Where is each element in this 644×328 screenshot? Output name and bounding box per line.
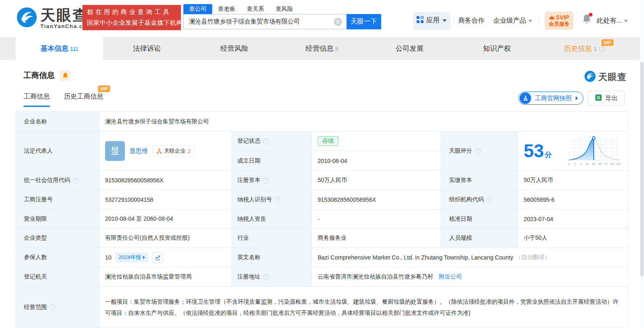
trend-chart-icon: [155, 255, 161, 261]
clear-search-icon[interactable]: [334, 18, 342, 26]
tab-history-info[interactable]: VIP 历史信息 1 ?: [541, 37, 628, 60]
svg-text:1: 1: [574, 162, 576, 166]
field-value-taxpayer-id: 91530828560058956X: [312, 190, 441, 210]
search-tab-company[interactable]: 查公司: [183, 4, 212, 14]
scrollbar-track[interactable]: [640, 0, 644, 328]
tab-basic-info[interactable]: 基本信息 111: [16, 37, 103, 60]
help-icon[interactable]: ?: [475, 148, 481, 154]
svg-text:3: 3: [580, 162, 582, 166]
help-icon[interactable]: ?: [263, 138, 269, 144]
tianyancha-logo[interactable]: 天眼查 TianYanCha.com: [16, 7, 92, 29]
apps-menu[interactable]: 应用: [413, 12, 450, 29]
tianyancha-swirl-icon: [584, 71, 596, 84]
subtab-business-registration[interactable]: 工商信息: [23, 92, 50, 107]
scrollbar-thumb[interactable]: [640, 62, 644, 276]
tianyancha-watermark: 天眼查: [584, 71, 627, 84]
arrow-right-icon: [576, 96, 578, 100]
field-label-company-type: 企业类型: [16, 229, 99, 248]
search-tab-risk[interactable]: 查风险: [270, 4, 299, 14]
business-info-table: 企业名称 澜沧县竹塘乡坝子综合集贸市场有限公司 法定代表人 显 显思维 关联企业…: [16, 111, 628, 328]
svg-text:99: 99: [611, 162, 614, 166]
search-button[interactable]: 天眼一下: [347, 14, 381, 29]
stamp-icon: [520, 92, 531, 104]
field-value-staff-scale: 小于50人: [518, 229, 628, 248]
excel-icon: [595, 94, 602, 102]
notification-bell-icon[interactable]: [582, 14, 592, 24]
field-label-business-scope: 经营范围 ?: [16, 287, 99, 328]
tab-company-development[interactable]: 公司发展: [366, 37, 453, 60]
svg-text:50: 50: [592, 162, 595, 166]
field-value-registered-capital: 50万人民币: [312, 171, 441, 190]
field-value-registered-address: 云南省普洱市澜沧拉祜族自治县竹塘乡蓦乃村 附近公司: [312, 267, 628, 287]
field-label-registration-status: 登记状态 ?: [232, 132, 312, 151]
notification-dot: [589, 13, 592, 17]
auto-translate-note: （自动翻译）: [515, 254, 550, 261]
field-label-registration-number: 工商注册号: [16, 190, 99, 210]
help-icon[interactable]: ?: [599, 45, 605, 52]
field-label-industry: 行业: [232, 229, 312, 248]
search-area: 查公司 查老板 查关系 查风险 天眼一下: [183, 3, 381, 29]
export-button[interactable]: 导出: [588, 91, 625, 106]
svg-text:0: 0: [568, 162, 569, 166]
svg-text:85: 85: [598, 162, 602, 166]
help-icon[interactable]: ?: [486, 197, 492, 203]
search-input[interactable]: [183, 14, 347, 29]
insured-trend-button[interactable]: [152, 252, 163, 263]
field-value-insured-count: 10 2024年报: [99, 248, 232, 267]
menu-more[interactable]: 此处有...: [597, 17, 628, 25]
search-tab-relation[interactable]: 查关系: [241, 4, 270, 14]
tab-operation-risk[interactable]: 经营风险: [191, 37, 278, 60]
field-label-taxpayer-quality: 纳税人资质: [232, 210, 312, 229]
help-icon[interactable]: ?: [263, 274, 269, 280]
field-value-taxpayer-quality: -: [312, 210, 441, 229]
tab-business-info[interactable]: 经营信息 5: [278, 37, 365, 60]
arrow-right-icon: [143, 256, 145, 259]
help-icon[interactable]: ?: [49, 304, 56, 310]
legal-rep-avatar[interactable]: 显: [105, 141, 125, 161]
field-label-establish-date: 成立日期: [232, 151, 312, 171]
svip-membership-badge[interactable]: SVIP 会员服务: [545, 12, 574, 30]
menu-business-cooperation[interactable]: 商务合作: [458, 17, 485, 25]
menu-enterprise-products[interactable]: 企业级产品: [493, 17, 532, 25]
field-label-approval-date: 核准日期: [441, 210, 518, 229]
crown-icon: [549, 15, 555, 20]
tab-legal-litigation[interactable]: 法律诉讼: [103, 37, 190, 60]
field-value-paid-capital: 50万人民币: [518, 171, 628, 190]
section-title: 工商信息: [23, 70, 55, 81]
field-value-registration-number: 532729100004158: [99, 190, 232, 210]
help-icon[interactable]: ?: [274, 197, 281, 203]
company-nav-bar: 基本信息 111 法律诉讼 经营风险 经营信息 5 公司发展 知识产权 VIP …: [0, 37, 644, 60]
org-chart-icon: [157, 149, 162, 154]
official-snapshot-button[interactable]: 工商官网快照: [518, 92, 583, 105]
score-unit: 分: [545, 151, 552, 159]
related-companies-badge[interactable]: 关联企业 2: [152, 145, 194, 157]
field-label-insured-count: 参保人数: [16, 248, 99, 267]
divider: [453, 17, 454, 25]
field-label-english-name: 英文名称: [232, 248, 312, 267]
help-icon[interactable]: ?: [263, 177, 269, 184]
subtab-history-registration[interactable]: VIP 历史工商信息: [64, 92, 103, 107]
tianyancha-company-page: 天眼查 TianYanCha.com 都在用的商业查询工具 国家中小企业发展子基…: [0, 0, 644, 328]
field-value-company-name: 澜沧县竹塘乡坝子综合集贸市场有限公司: [99, 112, 628, 132]
banner-line1: 都在用的商业查询工具: [87, 8, 176, 16]
nearby-companies-link[interactable]: 附近公司: [439, 273, 462, 281]
field-value-company-type: 有限责任公司(自然人投资或控股): [99, 229, 232, 248]
field-label-company-name: 企业名称: [16, 112, 99, 132]
annual-report-badge[interactable]: 2024年报: [115, 252, 148, 262]
field-value-registration-authority: 澜沧拉祜族自治县市场监督管理局: [99, 267, 232, 287]
search-tab-boss[interactable]: 查老板: [212, 4, 241, 14]
help-icon[interactable]: ?: [73, 177, 79, 184]
legal-rep-name-link[interactable]: 显思维: [129, 147, 148, 155]
status-badge: 存续: [318, 136, 338, 146]
field-label-tianyan-score: 天眼评分 ?: [441, 132, 518, 171]
chevron-down-icon: [443, 19, 447, 22]
monitor-bell-icon[interactable]: [60, 70, 70, 81]
promo-banner: 都在用的商业查询工具 国家中小企业发展子基金旗下机构: [82, 5, 181, 30]
field-value-tianyan-score: 53分 0 1 3 15 50: [518, 132, 628, 171]
field-label-business-term: 营业期限: [16, 210, 99, 229]
app-grid-icon: [417, 16, 424, 25]
search-tabs: 查公司 查老板 查关系 查风险: [183, 3, 381, 14]
tab-intellectual-property[interactable]: 知识产权: [453, 37, 541, 60]
svg-text:100: 100: [616, 162, 621, 166]
tianyancha-swirl-icon: [16, 7, 37, 29]
